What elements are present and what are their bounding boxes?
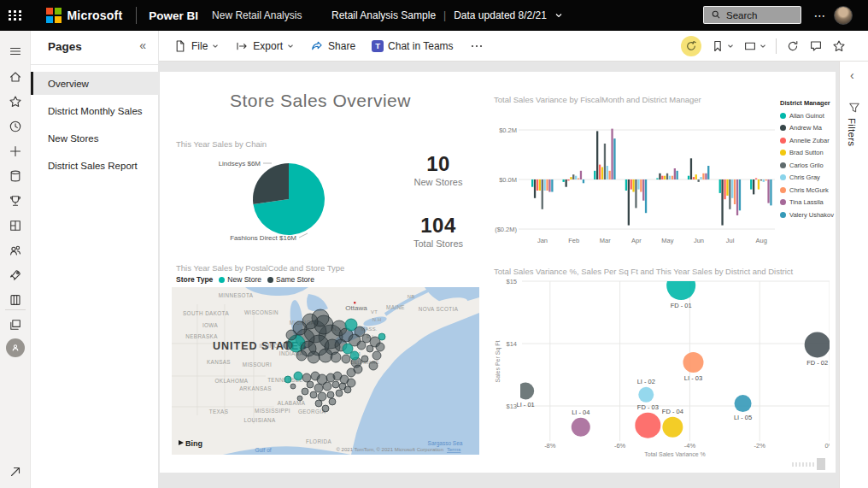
- scrollbar-corner[interactable]: [817, 458, 825, 470]
- map-legend-item[interactable]: Same Store: [267, 275, 314, 284]
- bar-jan-chris-gray[interactable]: [544, 179, 546, 191]
- map-bubble-same-store[interactable]: [297, 396, 302, 401]
- pie-slice-lindseys[interactable]: [253, 163, 289, 204]
- map-bubble-same-store[interactable]: [331, 352, 341, 362]
- legend-item-chris-mcgurk[interactable]: Chris McGurk: [780, 184, 835, 197]
- bar-jun-allan-guinot[interactable]: [688, 176, 689, 179]
- map-bubble-same-store[interactable]: [367, 345, 373, 352]
- bar-jul-valery-ushakov[interactable]: [739, 179, 741, 210]
- map-bubble-same-store[interactable]: [318, 392, 326, 401]
- workspaces-icon[interactable]: [9, 318, 22, 332]
- map-bubble-same-store[interactable]: [342, 355, 350, 363]
- bar-mar-annelie-zubar[interactable]: [599, 165, 601, 179]
- share-button[interactable]: Share: [305, 36, 361, 56]
- bar-may-allan-guinot[interactable]: [656, 179, 658, 179]
- bar-jan-valery-ushakov[interactable]: [551, 179, 553, 192]
- bar-jan-carlos-grilo[interactable]: [542, 179, 543, 209]
- map-bubble-same-store[interactable]: [376, 343, 384, 351]
- bar-aug-allan-guinot[interactable]: [750, 179, 752, 190]
- bar-apr-chris-gray[interactable]: [637, 179, 639, 190]
- bar-may-carlos-grilo[interactable]: [666, 173, 668, 179]
- map-bubble-new-store[interactable]: [378, 333, 385, 340]
- bar-apr-carlos-grilo[interactable]: [635, 179, 636, 208]
- bar-jun-carlos-grilo[interactable]: [698, 179, 700, 182]
- scatter-bubble-fd-02[interactable]: [805, 332, 830, 357]
- bar-jan-annelie-zubar[interactable]: [537, 179, 538, 191]
- bar-mar-tina-lassila[interactable]: [611, 129, 613, 179]
- bar-jun-tina-lassila[interactable]: [705, 173, 707, 179]
- bar-chart[interactable]: $0.2M$0.0M($0.2M)JanFebMarAprMayJunJulAu…: [493, 103, 780, 250]
- bar-mar-brad-sutton[interactable]: [601, 168, 603, 180]
- bar-mar-allan-guinot[interactable]: [594, 171, 595, 179]
- bar-apr-tina-lassila[interactable]: [642, 179, 644, 201]
- more-options-icon[interactable]: ⋯: [810, 0, 830, 31]
- learn-icon[interactable]: [9, 293, 22, 307]
- map-bubble-same-store[interactable]: [284, 341, 292, 350]
- view-button[interactable]: [743, 39, 766, 53]
- bar-jan-andrew-ma[interactable]: [534, 179, 536, 198]
- legend-item-allan-guinot[interactable]: Allan Guinot: [780, 109, 835, 122]
- legend-item-annelie-zubar[interactable]: Annelie Zubar: [780, 134, 835, 147]
- map-chart[interactable]: MINNESOTASOUTH DAKOTAWISCONSINMICHIGANIO…: [172, 287, 479, 455]
- bar-jan-chris-mcgurk[interactable]: [546, 179, 548, 191]
- deployment-pipelines-icon[interactable]: [9, 268, 22, 282]
- bar-jun-chris-mcgurk[interactable]: [702, 173, 704, 179]
- scatter-bubble-li-04[interactable]: [572, 418, 590, 437]
- bar-may-brad-sutton[interactable]: [664, 176, 666, 179]
- bar-feb-valery-ushakov[interactable]: [583, 179, 584, 183]
- map-bubble-same-store[interactable]: [361, 356, 368, 362]
- map-legend-item[interactable]: New Store: [219, 275, 261, 284]
- workspace-avatar[interactable]: [6, 338, 25, 357]
- bar-jul-allan-guinot[interactable]: [719, 179, 721, 193]
- map-bubble-same-store[interactable]: [322, 405, 329, 412]
- map-bubble-same-store[interactable]: [323, 382, 331, 391]
- bar-jul-brad-sutton[interactable]: [726, 179, 728, 196]
- map-bubble-same-store[interactable]: [329, 398, 336, 405]
- scatter-chart[interactable]: $13$14$15-8%-6%-4%-2%0%FD - 01FD - 02FD …: [493, 273, 830, 462]
- bar-feb-annelie-zubar[interactable]: [567, 179, 569, 180]
- nav-menu-icon[interactable]: [9, 44, 22, 58]
- apps-icon[interactable]: [9, 219, 22, 232]
- reset-filters-button[interactable]: [681, 36, 701, 56]
- export-menu-button[interactable]: Export: [230, 36, 299, 56]
- bar-aug-chris-gray[interactable]: [763, 179, 765, 182]
- bing-logo[interactable]: Bing: [185, 439, 202, 448]
- bar-may-chris-gray[interactable]: [669, 176, 671, 179]
- favorites-icon[interactable]: [9, 95, 22, 109]
- map-bubble-same-store[interactable]: [310, 391, 317, 398]
- bar-apr-valery-ushakov[interactable]: [645, 179, 647, 213]
- bar-feb-carlos-grilo[interactable]: [572, 174, 574, 179]
- legend-item-chris-gray[interactable]: Chris Gray: [780, 172, 835, 185]
- map-bubble-same-store[interactable]: [311, 372, 320, 380]
- bar-feb-tina-lassila[interactable]: [580, 171, 582, 179]
- legend-item-carlos-grilo[interactable]: Carlos Grilo: [780, 159, 835, 172]
- bar-jul-chris-gray[interactable]: [731, 179, 733, 198]
- map-bubble-same-store[interactable]: [362, 334, 371, 343]
- refresh-icon[interactable]: [786, 39, 800, 53]
- comment-icon[interactable]: [809, 39, 823, 53]
- search-input[interactable]: Search: [703, 6, 801, 24]
- page-item-overview[interactable]: Overview: [31, 72, 159, 95]
- bar-may-valery-ushakov[interactable]: [677, 171, 678, 179]
- scatter-bubble-li-05[interactable]: [735, 395, 752, 412]
- bar-apr-andrew-ma[interactable]: [628, 179, 630, 226]
- bar-jul-carlos-grilo[interactable]: [729, 179, 730, 209]
- filters-panel[interactable]: ‹ Filters: [839, 62, 868, 488]
- data-updated-label[interactable]: Data updated 8/2/21: [454, 9, 547, 21]
- page-item-new-stores[interactable]: New Stores: [31, 126, 159, 150]
- map-bubble-same-store[interactable]: [332, 381, 339, 388]
- bar-jun-brad-sutton[interactable]: [695, 174, 697, 179]
- scatter-bubble-fd-01[interactable]: [666, 273, 695, 300]
- map-bubble-same-store[interactable]: [290, 384, 296, 389]
- bar-jun-annelie-zubar[interactable]: [693, 177, 695, 179]
- map-bubble-same-store[interactable]: [369, 362, 378, 370]
- bar-mar-carlos-grilo[interactable]: [604, 144, 606, 179]
- page-item-district-sales-report[interactable]: District Sales Report: [31, 154, 159, 177]
- map-bubble-same-store[interactable]: [347, 379, 355, 387]
- chevron-down-icon[interactable]: [554, 11, 563, 20]
- map-bubble-same-store[interactable]: [296, 350, 307, 361]
- create-icon[interactable]: [9, 144, 22, 158]
- map-bubble-same-store[interactable]: [302, 388, 308, 395]
- collapse-pane-icon[interactable]: «: [139, 38, 146, 52]
- bar-apr-allan-guinot[interactable]: [625, 179, 627, 191]
